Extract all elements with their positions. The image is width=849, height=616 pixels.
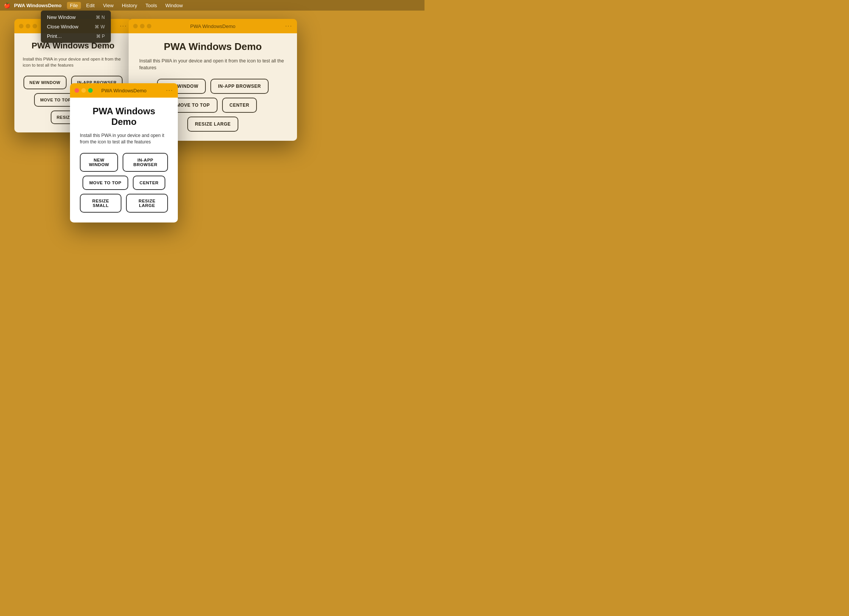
menu-window[interactable]: Window	[162, 2, 186, 9]
window-more-2[interactable]: ···	[285, 23, 292, 30]
titlebar-2: PWA WindowsDemo ···	[129, 19, 297, 33]
traffic-light-red-3[interactable]	[75, 88, 79, 93]
menu-close-window-shortcut: ⌘ W	[95, 24, 105, 30]
menu-history[interactable]: History	[119, 2, 140, 9]
menu-tools[interactable]: Tools	[143, 2, 160, 9]
file-menu-dropdown: New Window ⌘ N Close Window ⌘ W Print… ⌘…	[41, 11, 111, 43]
btn-move-top-3[interactable]: MOVE TO TOP	[82, 176, 128, 190]
pwa-window-3: PWA WindowsDemo ··· PWA Windows Demo Ins…	[70, 83, 178, 222]
traffic-light-yellow-2[interactable]	[140, 24, 145, 28]
traffic-light-yellow-1[interactable]	[26, 24, 30, 28]
button-row-2-3: RESIZE LARGE	[187, 117, 238, 132]
menu-new-window-label: New Window	[47, 14, 76, 20]
button-row-3-3: RESIZE SMALL RESIZE LARGE	[80, 194, 168, 213]
button-row-3-2: MOVE TO TOP CENTER	[82, 176, 165, 190]
btn-resize-large-2[interactable]: RESIZE LARGE	[187, 117, 238, 132]
menu-close-window-label: Close Window	[47, 24, 78, 30]
pwa-description-2: Install this PWA in your device and open…	[139, 58, 286, 71]
traffic-light-green-1[interactable]	[33, 24, 37, 28]
button-row-3-1: NEW WINDOW IN-APP BROWSER	[80, 153, 168, 172]
pwa-description-1: Install this PWA in your device and open…	[23, 56, 123, 68]
window-content-3: PWA Windows Demo Install this PWA in you…	[70, 98, 178, 222]
traffic-lights-2	[133, 24, 151, 28]
pwa-heading-2: PWA Windows Demo	[139, 41, 286, 53]
menu-edit[interactable]: Edit	[83, 2, 98, 9]
btn-new-window-1[interactable]: NEW WINDOW	[23, 76, 67, 89]
menu-view[interactable]: View	[100, 2, 117, 9]
window-more-3[interactable]: ···	[166, 87, 173, 94]
menu-new-window[interactable]: New Window ⌘ N	[41, 12, 111, 22]
window-more-1[interactable]: ···	[120, 23, 127, 30]
traffic-light-yellow-3[interactable]	[81, 88, 86, 93]
window-title-2: PWA WindowsDemo	[190, 23, 235, 29]
pwa-heading-3: PWA Windows Demo	[80, 106, 168, 127]
apple-menu-icon[interactable]: 🍎	[4, 2, 10, 8]
btn-inapp-browser-3[interactable]: IN-APP BROWSER	[123, 153, 168, 172]
traffic-light-red-2[interactable]	[133, 24, 138, 28]
pwa-description-3: Install this PWA in your device and open…	[80, 132, 168, 145]
button-row-2-2: MOVE TO TOP CENTER	[169, 98, 257, 113]
button-grid-3: NEW WINDOW IN-APP BROWSER MOVE TO TOP CE…	[80, 153, 168, 213]
menu-new-window-shortcut: ⌘ N	[96, 15, 105, 20]
btn-center-3[interactable]: CENTER	[133, 176, 165, 190]
btn-resize-large-3[interactable]: RESIZE LARGE	[126, 194, 168, 213]
traffic-light-red-1[interactable]	[19, 24, 23, 28]
titlebar-3: PWA WindowsDemo ···	[70, 83, 178, 98]
traffic-light-green-2[interactable]	[147, 24, 151, 28]
menu-print-label: Print…	[47, 33, 62, 39]
traffic-lights-3	[75, 88, 93, 93]
traffic-light-green-3[interactable]	[88, 88, 93, 93]
btn-resize-small-3[interactable]: RESIZE SMALL	[80, 194, 121, 213]
menubar: 🍎 PWA WindowsDemo File Edit View History…	[0, 0, 424, 11]
menu-file[interactable]: File	[67, 2, 81, 9]
btn-center-2[interactable]: CENTER	[222, 98, 257, 113]
btn-new-window-3[interactable]: NEW WINDOW	[80, 153, 118, 172]
menu-close-window[interactable]: Close Window ⌘ W	[41, 22, 111, 31]
window-title-3: PWA WindowsDemo	[101, 88, 146, 93]
traffic-lights-1	[19, 24, 37, 28]
menu-print-shortcut: ⌘ P	[96, 34, 105, 39]
app-name: PWA WindowsDemo	[14, 3, 62, 8]
btn-inapp-browser-2[interactable]: IN-APP BROWSER	[210, 79, 268, 94]
menu-print[interactable]: Print… ⌘ P	[41, 31, 111, 41]
